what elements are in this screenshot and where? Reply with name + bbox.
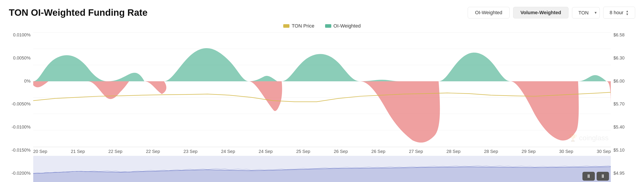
pause-icon-2: ⏸	[600, 173, 605, 179]
y-left-label-3: -0.0050%	[9, 102, 30, 107]
x-label-7: 25 Sep	[296, 149, 310, 154]
x-label-4: 23 Sep	[184, 149, 198, 154]
x-label-2: 22 Sep	[108, 149, 122, 154]
y-left-label-6: -0.0200%	[9, 171, 30, 176]
chart-area: TON Price OI-Weighted 0.0100% 0.0050% 0%…	[9, 23, 635, 182]
x-label-5: 24 Sep	[221, 149, 235, 154]
pause-button-2[interactable]: ⏸	[596, 172, 609, 181]
legend-item-price: TON Price	[283, 23, 314, 29]
oi-legend-label: OI-Weighted	[334, 23, 361, 29]
x-label-14: 30 Sep	[559, 149, 573, 154]
x-label-3: 22 Sep	[146, 149, 160, 154]
x-label-12: 28 Sep	[484, 149, 498, 154]
up-down-icon: ▲▼	[626, 10, 629, 16]
controls: OI-Weighted Volume-Weighted TON ▾ 8 hour…	[468, 7, 635, 19]
price-legend-color	[283, 24, 290, 28]
y-axis-right: $6.58 $6.30 $6.00 $5.70 $5.40 $5.10 $4.9…	[611, 32, 635, 182]
x-label-10: 27 Sep	[409, 149, 423, 154]
x-label-15: 30 Sep	[597, 149, 611, 154]
y-axis-left: 0.0100% 0.0050% 0% -0.0050% -0.0100% -0.…	[9, 32, 33, 182]
page-title: TON OI-Weighted Funding Rate	[9, 7, 148, 18]
y-left-label-4: -0.0100%	[9, 125, 30, 130]
y-right-label-1: $6.30	[614, 55, 635, 61]
chart-and-xaxis: 20 Sep 21 Sep 22 Sep 22 Sep 23 Sep 24 Se…	[33, 32, 611, 182]
oi-legend-color	[325, 24, 331, 28]
volume-weighted-tab[interactable]: Volume-Weighted	[513, 7, 568, 18]
y-right-label-0: $6.58	[614, 32, 635, 38]
y-right-label-3: $5.70	[614, 102, 635, 107]
mini-chart[interactable]: ⏸ ⏸	[33, 156, 611, 182]
y-left-label-2: 0%	[9, 78, 30, 84]
page-container: TON OI-Weighted Funding Rate OI-Weighted…	[0, 0, 644, 182]
x-axis: 20 Sep 21 Sep 22 Sep 22 Sep 23 Sep 24 Se…	[33, 147, 611, 154]
timeframe-button[interactable]: 8 hour ▲▼	[603, 7, 635, 19]
x-label-9: 26 Sep	[372, 149, 385, 154]
y-right-label-5: $5.10	[614, 148, 635, 153]
y-left-label-0: 0.0100%	[9, 32, 30, 38]
x-label-13: 29 Sep	[522, 149, 536, 154]
pause-button-1[interactable]: ⏸	[582, 172, 595, 181]
watermark-text: coinglass	[579, 134, 608, 142]
main-chart-svg	[33, 32, 611, 147]
x-label-0: 20 Sep	[33, 149, 47, 154]
y-right-label-6: $4.95	[614, 171, 635, 176]
pause-icon-1: ⏸	[586, 173, 591, 179]
chart-body[interactable]	[33, 32, 611, 147]
x-label-11: 28 Sep	[446, 149, 460, 154]
legend-item-oi: OI-Weighted	[325, 23, 361, 29]
asset-select-wrapper: TON ▾	[572, 7, 600, 18]
y-left-label-1: 0.0050%	[9, 55, 30, 61]
timeframe-label: 8 hour	[610, 10, 624, 16]
legend: TON Price OI-Weighted	[9, 23, 635, 29]
y-left-label-5: -0.0150%	[9, 148, 30, 153]
mini-chart-svg	[33, 156, 611, 182]
y-right-label-2: $6.00	[614, 78, 635, 84]
asset-select[interactable]: TON	[572, 7, 600, 18]
watermark-icon: 🏆	[568, 134, 577, 142]
price-legend-label: TON Price	[292, 23, 314, 29]
x-label-1: 21 Sep	[71, 149, 85, 154]
x-label-6: 24 Sep	[259, 149, 272, 154]
x-label-8: 26 Sep	[334, 149, 348, 154]
main-chart-wrapper: 0.0100% 0.0050% 0% -0.0050% -0.0100% -0.…	[9, 32, 635, 182]
oi-weighted-tab[interactable]: OI-Weighted	[468, 7, 510, 18]
header: TON OI-Weighted Funding Rate OI-Weighted…	[9, 7, 635, 19]
watermark: 🏆 coinglass	[568, 134, 608, 142]
y-right-label-4: $5.40	[614, 125, 635, 130]
pause-buttons: ⏸ ⏸	[582, 172, 609, 181]
